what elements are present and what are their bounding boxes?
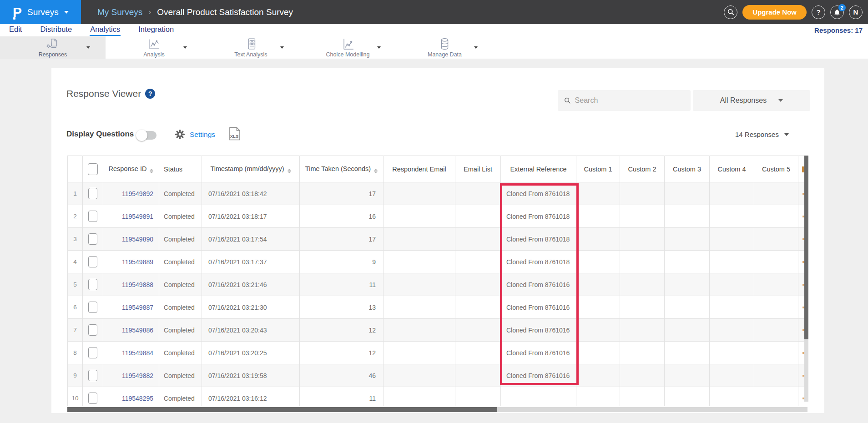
table-row: 2119549891Completed07/16/2021 03:18:1716…: [68, 205, 805, 228]
search-box: [558, 90, 691, 111]
cell-response_id[interactable]: 119549888: [103, 273, 159, 296]
cell-timestamp: 07/16/2021 03:17:37: [202, 251, 300, 273]
cell-status: Completed: [159, 342, 202, 364]
cell-external_reference: Cloned From 8761018: [501, 205, 576, 228]
cell-custom1: [576, 205, 620, 228]
response-viewer-help-icon[interactable]: ?: [145, 89, 155, 99]
cell-custom1: [576, 296, 620, 319]
cell-response_id[interactable]: 119549889: [103, 251, 159, 273]
cell-custom3: [665, 182, 710, 205]
sort-icon[interactable]: [374, 169, 378, 173]
response-filter-dropdown[interactable]: All Responses: [693, 90, 810, 111]
tab-analytics[interactable]: Analytics: [90, 25, 121, 36]
product-logo-menu[interactable]: P Surveys: [0, 0, 81, 24]
column-header-time_taken[interactable]: Time Taken (Seconds): [300, 156, 384, 182]
cell-response_id[interactable]: 119549882: [103, 364, 159, 387]
responses-table: Response IDStatusTimestamp (mm/dd/yyyy)T…: [67, 156, 804, 406]
cell-status: Completed: [159, 251, 202, 273]
chevron-down-icon[interactable]: [280, 46, 284, 49]
analysis-icon: [148, 38, 160, 50]
cell-time_taken: 46: [300, 364, 384, 387]
text-analysis-icon: [246, 38, 256, 50]
responses-page-dropdown[interactable]: 14 Responses: [735, 131, 789, 138]
cell-email_list: [455, 251, 501, 273]
export-xls-button[interactable]: XLS: [229, 127, 241, 141]
cell-response_id[interactable]: 119549886: [103, 319, 159, 342]
column-header-label: Status: [164, 166, 182, 173]
row-checkbox[interactable]: [88, 211, 97, 222]
column-header-response_id[interactable]: Response ID: [103, 156, 159, 182]
cell-custom1: [576, 342, 620, 364]
toolbar-item-manage-data[interactable]: Manage Data: [396, 36, 493, 59]
responses-count-label: Responses: 17: [814, 26, 863, 34]
table-row: 1119549892Completed07/16/2021 03:18:4217…: [68, 182, 805, 205]
sort-icon[interactable]: [150, 169, 153, 173]
toolbar-item-choice-modelling[interactable]: Choice Modelling: [299, 36, 396, 59]
upgrade-now-button[interactable]: Upgrade Now: [742, 5, 807, 20]
select-all-checkbox[interactable]: [88, 163, 98, 175]
toolbar-item-analysis[interactable]: Analysis: [106, 36, 202, 59]
user-avatar[interactable]: N: [849, 5, 863, 19]
cell-timestamp: 07/16/2021 03:20:43: [202, 319, 300, 342]
column-header-custom1: Custom 1: [576, 156, 620, 182]
row-checkbox[interactable]: [88, 302, 97, 313]
chevron-down-icon[interactable]: [474, 46, 478, 49]
cell-response_id[interactable]: 119549884: [103, 342, 159, 364]
cell-response_id[interactable]: 119549891: [103, 205, 159, 228]
row-checkbox[interactable]: [88, 370, 97, 381]
row-checkbox[interactable]: [88, 347, 97, 358]
survey-nav-bar: EditDistributeAnalyticsIntegration Respo…: [0, 24, 868, 36]
toolbar-item-label: Choice Modelling: [326, 51, 370, 58]
column-header-timestamp[interactable]: Timestamp (mm/dd/yyyy): [202, 156, 300, 182]
table-row: 5119549888Completed07/16/2021 03:21:4611…: [68, 273, 805, 296]
chevron-down-icon[interactable]: [377, 46, 381, 49]
settings-label[interactable]: Settings: [190, 131, 215, 139]
column-header-label: External Reference: [510, 166, 566, 173]
cell-response_id[interactable]: 119549887: [103, 296, 159, 319]
cell-custom1: [576, 251, 620, 273]
vertical-scrollbar[interactable]: [804, 156, 808, 406]
scrollbar-corner: [804, 402, 808, 406]
notifications-button[interactable]: 2: [830, 5, 844, 19]
row-checkbox[interactable]: [88, 393, 97, 404]
settings-button[interactable]: [175, 130, 185, 139]
cell-email_list: [455, 205, 501, 228]
cell-custom2: [620, 364, 665, 387]
horizontal-scrollbar[interactable]: [67, 407, 807, 412]
responses-table-zone: Response IDStatusTimestamp (mm/dd/yyyy)T…: [67, 156, 812, 413]
row-checkbox[interactable]: [88, 233, 97, 245]
row-checkbox[interactable]: [88, 324, 97, 336]
search-button[interactable]: [724, 5, 737, 19]
breadcrumb-my-surveys[interactable]: My Surveys: [97, 7, 142, 17]
cell-custom3: [665, 342, 710, 364]
clipped-cell: [798, 364, 805, 387]
tab-distribute[interactable]: Distribute: [40, 25, 72, 36]
cell-num: 4: [68, 251, 83, 273]
help-button[interactable]: ?: [812, 5, 825, 19]
vertical-scrollbar-thumb[interactable]: [804, 156, 808, 339]
chevron-down-icon[interactable]: [86, 46, 90, 49]
horizontal-scrollbar-thumb[interactable]: [67, 407, 497, 412]
toolbar-item-responses[interactable]: Responses: [0, 36, 106, 59]
toolbar-item-text-analysis[interactable]: Text Analysis: [202, 36, 299, 59]
row-checkbox[interactable]: [88, 188, 97, 199]
clipped-cell: [798, 182, 805, 205]
row-checkbox[interactable]: [88, 279, 97, 290]
cell-response_id[interactable]: 119548295: [103, 387, 159, 407]
cell-response_id[interactable]: 119549890: [103, 228, 159, 251]
tab-integration[interactable]: Integration: [138, 25, 174, 36]
cell-custom1: [576, 387, 620, 407]
cell-respondent_email: [384, 205, 455, 228]
cell-custom2: [620, 205, 665, 228]
select-all-header[interactable]: [83, 156, 103, 182]
notification-count-badge: 2: [838, 4, 846, 11]
chevron-down-icon[interactable]: [183, 46, 187, 49]
sort-icon[interactable]: [288, 169, 291, 173]
row-checkbox[interactable]: [88, 256, 97, 267]
search-input[interactable]: [575, 96, 684, 105]
responses-page-value: 14 Responses: [735, 131, 779, 138]
cell-response_id[interactable]: 119549892: [103, 182, 159, 205]
display-questions-toggle[interactable]: [137, 131, 156, 140]
tab-edit[interactable]: Edit: [9, 25, 22, 36]
cell-custom3: [665, 205, 710, 228]
